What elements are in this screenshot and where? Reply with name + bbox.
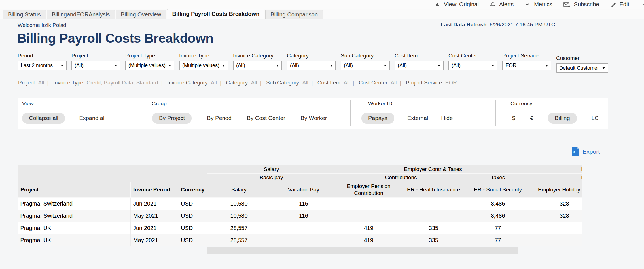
worker-id-toggle-button[interactable]: Papaya — [361, 113, 394, 124]
subscribe-button[interactable]: Subscribe — [563, 1, 599, 8]
horizontal-scrollbar-thumb[interactable] — [207, 247, 518, 254]
summary-label: Sub Category: — [266, 80, 300, 86]
table-body: Pragma, Switzerland Jun 2021 USD 10,580 … — [18, 198, 582, 246]
cell-currency: USD — [178, 222, 207, 234]
metrics-chart-icon — [524, 1, 531, 8]
workbook-tab[interactable]: BillingandEORAnalysis — [47, 10, 115, 19]
filter-dropdown[interactable]: (All) — [395, 61, 444, 70]
cell-employer-pension: 419 — [336, 234, 401, 246]
view-toggle-button[interactable]: Collapse all — [22, 113, 65, 124]
workbook-tab[interactable]: Billing Payroll Costs Breakdown — [167, 9, 264, 19]
cell-employer-holiday — [530, 234, 582, 246]
filter-label: Customer — [556, 55, 608, 61]
summary-separator: | — [353, 80, 354, 86]
cell-er-health: 335 — [401, 222, 466, 234]
view-buttons: Collapse allExpand all — [22, 113, 137, 124]
summary-separator: | — [260, 80, 262, 86]
workbook-tab-label: Billing Overview — [121, 11, 161, 18]
filter-dropdown[interactable]: Default Customer — [556, 63, 608, 73]
filter-summary-segment: Cost Center:All| — [359, 80, 404, 86]
filter-dropdown[interactable]: (Multiple values) — [125, 61, 174, 70]
view-layout-icon — [434, 1, 440, 8]
filter-value: (All) — [452, 63, 461, 69]
column-header-invoice-period: Invoice Period — [131, 182, 178, 198]
filter-label: Cost Item — [395, 53, 444, 59]
group-buttons: By ProjectBy PeriodBy Cost CenterBy Work… — [152, 113, 350, 124]
filter: Invoice Type (Multiple values) — [179, 53, 228, 70]
column-header-employer-pension: Employer Pension Contribution — [336, 182, 401, 198]
table-header: Salary Employer Contr & Taxes I Basic pa… — [18, 165, 582, 198]
group-toggle-button[interactable]: By Project — [152, 113, 192, 124]
workbook-tab-label: Billing Payroll Costs Breakdown — [172, 11, 259, 17]
cell-employer-pension — [336, 210, 401, 222]
view-original-button[interactable]: View: Original — [434, 1, 479, 8]
alerts-button[interactable]: Alerts — [490, 1, 514, 8]
dropdown-arrow-icon — [115, 65, 117, 67]
cell-employer-holiday: 328 — [530, 198, 582, 210]
metrics-button[interactable]: Metrics — [524, 1, 552, 8]
cell-employer-pension — [336, 198, 401, 210]
view-toggle-button[interactable]: Expand all — [79, 113, 105, 124]
filter: Cost Center (All) — [448, 53, 497, 70]
currency-toggle-button[interactable]: € — [530, 113, 533, 124]
filter-summary-segment: Cost Item:All| — [317, 80, 357, 86]
currency-toggle-button[interactable]: $ — [512, 113, 515, 124]
currency-buttons: $€BillingLC — [512, 113, 608, 124]
group-toggle-button[interactable]: By Worker — [300, 113, 327, 124]
worker-id-toggle-button[interactable]: Hide — [441, 113, 453, 124]
filter: Category (All) — [287, 53, 336, 70]
cell-salary: 10,580 — [207, 198, 271, 210]
svg-text:x: x — [573, 149, 576, 154]
dropdown-arrow-icon — [168, 65, 171, 67]
view-section: View Collapse allExpand all — [18, 98, 137, 129]
filter-dropdown[interactable]: (All) — [287, 61, 336, 70]
cell-currency: USD — [178, 210, 207, 222]
group-header-salary: Salary — [207, 165, 336, 174]
edit-button[interactable]: Edit — [610, 1, 629, 8]
dropdown-arrow-icon — [492, 65, 494, 67]
summary-separator: | — [161, 80, 163, 86]
filter-dropdown[interactable]: (All) — [448, 61, 497, 70]
worker-id-toggle-button[interactable]: External — [407, 113, 428, 124]
currency-toggle-button[interactable]: LC — [592, 113, 599, 124]
filter-summary-segment: Sub Category:All| — [266, 80, 316, 86]
currency-toggle-button[interactable]: Billing — [548, 113, 577, 124]
filter-dropdown[interactable]: EOR — [502, 61, 551, 70]
workbook-tab-label: Billing Comparison — [270, 11, 318, 18]
workbook-tab[interactable]: Billing Comparison — [265, 10, 323, 19]
clipped-toolbar-icon[interactable] — [640, 1, 644, 8]
summary-value: All — [302, 80, 308, 86]
cell-er-health — [401, 210, 466, 222]
column-header-salary: Salary — [207, 182, 271, 198]
filter-label: Project Type — [125, 53, 174, 59]
filter-label: Invoice Type — [179, 53, 228, 59]
filter-value: (All) — [290, 63, 299, 69]
filter-label: Project — [71, 53, 120, 59]
filter-dropdown[interactable]: (All) — [233, 61, 282, 70]
workbook-tab[interactable]: Billing Overview — [116, 10, 166, 19]
filter-label: Cost Center — [448, 53, 497, 59]
workbook-tab[interactable]: Billing Status — [3, 10, 46, 19]
cell-project: Pragma, UK — [18, 222, 131, 234]
filter-dropdown[interactable]: Last 2 months — [18, 61, 67, 70]
filter-dropdown[interactable]: (All) — [71, 61, 120, 70]
filter-value: (All) — [75, 63, 84, 69]
group-toggle-button[interactable]: By Cost Center — [247, 113, 285, 124]
horizontal-scrollbar[interactable] — [18, 247, 582, 254]
subscribe-label: Subscribe — [574, 1, 599, 8]
filter-summary-segment: Invoice Type:Credit, Payroll Data, Stand… — [53, 80, 166, 86]
filter: Period Last 2 months — [18, 53, 67, 70]
cell-currency: USD — [178, 234, 207, 246]
filter-value: Last 2 months — [21, 63, 53, 69]
group-toggle-button[interactable]: By Period — [207, 113, 232, 124]
filter: Invoice Category (All) — [233, 53, 282, 70]
filter-dropdown[interactable]: (Multiple values) — [179, 61, 228, 70]
pencil-icon — [610, 1, 616, 8]
excel-file-icon: x — [572, 147, 579, 157]
workbook-tab-label: Billing Status — [8, 11, 41, 18]
export-button[interactable]: x Export — [572, 147, 600, 157]
dropdown-arrow-icon — [222, 65, 225, 67]
welcome-link[interactable]: Welcome Itzik Polad — [18, 22, 66, 28]
filter: Cost Item (All) — [395, 53, 444, 70]
filter-dropdown[interactable]: (All) — [341, 61, 390, 70]
